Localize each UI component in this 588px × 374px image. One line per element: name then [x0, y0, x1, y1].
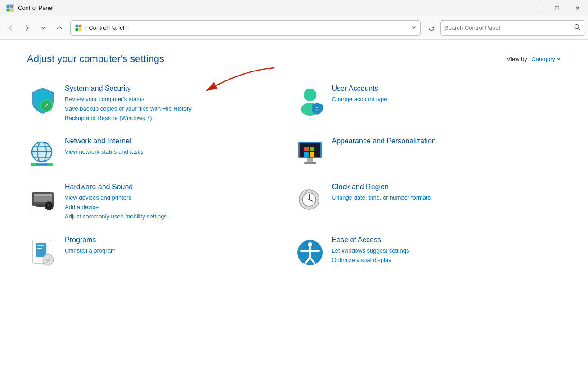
system-security-link-1[interactable]: Review your computer's status: [65, 95, 294, 104]
content-wrapper: Adjust your computer's settings View by:…: [27, 53, 561, 276]
network-title[interactable]: Network and Internet: [65, 137, 294, 145]
page-title: Adjust your computer's settings: [27, 53, 164, 65]
system-security-link-2[interactable]: Save backup copies of your files with Fi…: [65, 104, 294, 114]
ease-link-2[interactable]: Optimize visual display: [332, 256, 561, 265]
appearance-icon: [294, 137, 326, 169]
clock-icon: [294, 183, 326, 214]
svg-rect-57: [37, 248, 42, 249]
viewby-value-text: Category: [531, 56, 555, 62]
svg-rect-25: [36, 164, 47, 165]
hardware-icon: [27, 183, 58, 214]
window-controls: – □ ✕: [526, 0, 588, 16]
network-icon: [27, 137, 58, 169]
app-icon: [5, 4, 14, 13]
system-security-text: System and Security Review your computer…: [65, 85, 294, 123]
user-accounts-icon: 🛡: [294, 85, 326, 116]
svg-rect-36: [34, 194, 52, 196]
ease-title[interactable]: Ease of Access: [332, 236, 561, 244]
address-bar[interactable]: › Control Panel ›: [70, 20, 421, 36]
ease-icon: [294, 236, 326, 267]
svg-text:🛡: 🛡: [315, 107, 319, 111]
window-title: Control Panel: [18, 4, 54, 11]
svg-rect-28: [304, 147, 309, 151]
svg-point-60: [47, 259, 49, 261]
svg-rect-4: [10, 9, 13, 11]
clock-title[interactable]: Clock and Region: [332, 183, 561, 191]
clock-text: Clock and Region Change date, time, or n…: [332, 183, 561, 203]
network-text: Network and Internet View network status…: [65, 137, 294, 157]
address-separator2: ›: [126, 24, 128, 31]
maximize-button[interactable]: □: [547, 0, 567, 16]
category-clock: Clock and Region Change date, time, or n…: [294, 178, 561, 227]
titlebar: Control Panel – □ ✕: [0, 0, 588, 16]
ease-link-1[interactable]: Let Windows suggest settings: [332, 246, 561, 256]
hardware-title[interactable]: Hardware and Sound: [65, 183, 294, 191]
svg-rect-33: [304, 162, 316, 164]
hardware-text: Hardware and Sound View devices and prin…: [65, 183, 294, 221]
category-hardware: Hardware and Sound View devices and prin…: [27, 178, 294, 227]
appearance-title[interactable]: Appearance and Personalization: [332, 137, 561, 145]
forward-button[interactable]: [20, 21, 34, 35]
programs-text: Programs Uninstall a program: [65, 236, 294, 256]
category-network: Network and Internet View network status…: [27, 132, 294, 174]
viewby-chevron-icon: [557, 57, 561, 61]
programs-title[interactable]: Programs: [65, 236, 294, 244]
svg-rect-9: [79, 28, 81, 30]
svg-point-15: [304, 89, 316, 101]
user-accounts-link-1[interactable]: Change account type: [332, 95, 561, 104]
search-input[interactable]: [444, 24, 571, 31]
ease-text: Ease of Access Let Windows suggest setti…: [332, 236, 561, 265]
system-security-link-3[interactable]: Backup and Restore (Windows 7): [65, 114, 294, 123]
category-appearance: Appearance and Personalization: [294, 132, 561, 174]
viewby-dropdown[interactable]: Category: [531, 56, 561, 62]
close-button[interactable]: ✕: [567, 0, 588, 16]
system-security-icon: ✓: [27, 85, 58, 116]
back-button[interactable]: [4, 21, 18, 35]
clock-link-1[interactable]: Change date, time, or number formats: [332, 193, 561, 203]
system-security-title[interactable]: System and Security: [65, 85, 294, 93]
address-path: Control Panel: [89, 24, 124, 31]
category-user-accounts: 🛡 User Accounts Change account type: [294, 79, 561, 128]
svg-rect-8: [76, 28, 78, 30]
up-button[interactable]: [52, 21, 67, 35]
hardware-link-2[interactable]: Add a device: [65, 203, 294, 212]
search-box[interactable]: [440, 20, 584, 36]
user-accounts-title[interactable]: User Accounts: [332, 85, 561, 93]
svg-rect-2: [10, 5, 13, 8]
toolbar: › Control Panel ›: [0, 16, 588, 40]
programs-icon: [27, 236, 58, 267]
user-accounts-text: User Accounts Change account type: [332, 85, 561, 104]
svg-point-41: [48, 205, 49, 206]
view-by: View by: Category: [507, 56, 561, 62]
address-separator: ›: [85, 24, 87, 31]
svg-rect-3: [7, 9, 9, 11]
svg-rect-32: [307, 158, 313, 162]
svg-rect-55: [36, 243, 46, 257]
address-text: › Control Panel ›: [85, 24, 128, 31]
svg-rect-7: [79, 25, 81, 27]
minimize-button[interactable]: –: [526, 0, 547, 16]
categories-grid: ✓ System and Security Review your comput…: [27, 79, 561, 276]
dropdown-button[interactable]: [36, 21, 50, 35]
address-icon: [74, 24, 82, 32]
svg-rect-29: [310, 147, 314, 151]
category-ease: Ease of Access Let Windows suggest setti…: [294, 231, 561, 273]
viewby-label: View by:: [507, 56, 529, 62]
svg-rect-30: [304, 152, 309, 157]
address-chevron-icon[interactable]: [411, 25, 417, 31]
svg-rect-1: [7, 5, 9, 8]
category-programs: Programs Uninstall a program: [27, 231, 294, 273]
svg-point-40: [47, 204, 51, 208]
hardware-link-3[interactable]: Adjust commonly used mobility settings: [65, 212, 294, 222]
svg-rect-56: [37, 245, 44, 246]
category-system-security: ✓ System and Security Review your comput…: [27, 79, 294, 128]
appearance-text: Appearance and Personalization: [332, 137, 561, 147]
main-content: Adjust your computer's settings View by:…: [0, 40, 588, 374]
network-link-1[interactable]: View network status and tasks: [65, 147, 294, 157]
programs-link-1[interactable]: Uninstall a program: [65, 246, 294, 256]
refresh-button[interactable]: [424, 21, 439, 35]
search-icon: [574, 24, 580, 31]
page-header: Adjust your computer's settings View by:…: [27, 53, 561, 65]
svg-rect-31: [310, 152, 314, 157]
hardware-link-1[interactable]: View devices and printers: [65, 193, 294, 203]
